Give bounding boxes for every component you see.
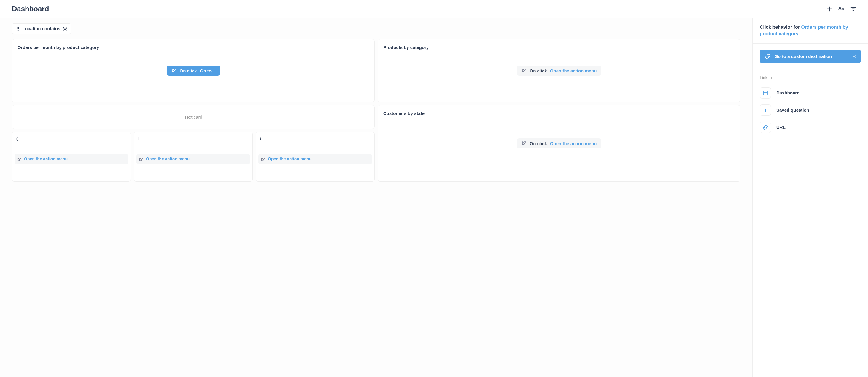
pill-prefix: On click: [180, 68, 197, 73]
click-behavior-pill[interactable]: On click Open the action menu: [517, 66, 601, 76]
card-customers[interactable]: Customers by state On click Open the act…: [378, 105, 740, 182]
click-behavior-pill-selected[interactable]: On click Go to...: [166, 66, 220, 76]
close-icon: [852, 54, 856, 58]
filter-icon[interactable]: [850, 6, 856, 12]
gear-icon[interactable]: [63, 26, 67, 31]
click-icon: [522, 141, 527, 146]
filter-label: Location contains: [22, 26, 60, 31]
link-icon: [765, 54, 770, 59]
bar-chart-icon: [760, 105, 771, 116]
heading-prefix: Click behavior for: [760, 25, 801, 30]
click-behavior-pill[interactable]: On click Open the action menu: [517, 138, 601, 148]
pill-action: Open the action menu: [24, 156, 68, 161]
linkto-item-label: Saved question: [776, 108, 809, 113]
sidebar: Click behavior for Orders per month by p…: [752, 18, 868, 377]
linkto-label: Link to: [760, 76, 861, 80]
linkto-item-label: URL: [776, 125, 785, 130]
card-text[interactable]: Text card: [12, 105, 375, 129]
pill-action: Go to...: [200, 68, 215, 73]
text-icon[interactable]: Aa: [838, 6, 844, 12]
dashboard-icon: [760, 87, 771, 98]
card-small-1[interactable]: I Open the action menu: [134, 132, 253, 182]
click-behavior-pill[interactable]: Open the action menu: [258, 154, 372, 164]
card-title: Products by category: [378, 39, 740, 50]
filter-chip[interactable]: Location contains: [12, 24, 71, 34]
card-title: Orders per month by product category: [12, 39, 374, 50]
card-products[interactable]: Products by category On click Open the a…: [378, 39, 740, 102]
pill-action: Open the action menu: [146, 156, 190, 161]
click-icon: [17, 157, 22, 162]
click-behavior-pill[interactable]: Open the action menu: [136, 154, 250, 164]
linkto-url[interactable]: URL: [760, 119, 861, 136]
behavior-selected-main[interactable]: Go to a custom destination: [760, 50, 847, 63]
header-actions: Aa: [827, 6, 856, 12]
pill-action: Open the action menu: [268, 156, 311, 161]
linkto-saved-question[interactable]: Saved question: [760, 102, 861, 119]
click-icon: [261, 157, 266, 162]
click-icon: [139, 157, 144, 162]
close-button[interactable]: [847, 50, 861, 63]
pill-action: Open the action menu: [550, 68, 597, 73]
header: Dashboard Aa: [0, 0, 868, 18]
behavior-type-section: Go to a custom destination: [753, 44, 868, 69]
text-card-placeholder: Text card: [184, 115, 202, 120]
pill-prefix: On click: [530, 141, 547, 146]
pill-action: Open the action menu: [550, 141, 597, 146]
card-small-2[interactable]: / Open the action menu: [256, 132, 375, 182]
pill-prefix: On click: [530, 68, 547, 73]
card-title: I: [134, 132, 252, 141]
grip-icon: [16, 26, 20, 31]
behavior-selected: Go to a custom destination: [760, 50, 861, 63]
card-title: Customers by state: [378, 106, 740, 116]
click-icon: [171, 68, 177, 73]
card-orders[interactable]: Orders per month by product category On …: [12, 39, 375, 102]
sidebar-heading: Click behavior for Orders per month by p…: [760, 24, 861, 37]
behavior-label: Go to a custom destination: [775, 54, 832, 59]
link-icon: [760, 122, 771, 133]
card-title: (: [12, 132, 130, 141]
add-icon[interactable]: [827, 6, 832, 12]
click-behavior-pill[interactable]: Open the action menu: [14, 154, 128, 164]
sidebar-heading-section: Click behavior for Orders per month by p…: [753, 18, 868, 44]
linkto-section: Link to Dashboard Saved question: [753, 69, 868, 142]
linkto-dashboard[interactable]: Dashboard: [760, 84, 861, 102]
card-small-0[interactable]: ( Open the action menu: [12, 132, 131, 182]
page-title: Dashboard: [12, 5, 49, 13]
click-icon: [522, 68, 527, 73]
linkto-item-label: Dashboard: [776, 90, 800, 95]
dashboard-canvas: Location contains Orders per month by pr…: [0, 18, 752, 377]
card-title: /: [256, 132, 374, 141]
